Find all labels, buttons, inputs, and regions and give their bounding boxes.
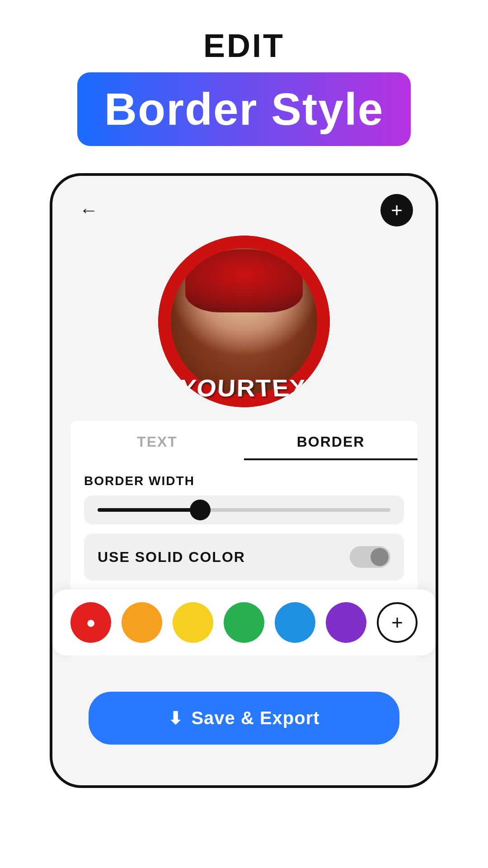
profile-circle: #YOURTEXT xyxy=(158,236,330,407)
save-export-button[interactable]: ⬇ Save & Export xyxy=(89,692,399,745)
tab-border[interactable]: BORDER xyxy=(244,421,418,460)
slider-track[interactable] xyxy=(98,508,390,512)
use-solid-color-label: USE SOLID COLOR xyxy=(98,549,245,566)
phone-mockup: ← + #YOURTEXT TEXT BORDER BORDER WIDTH xyxy=(50,173,438,788)
toggle-knob xyxy=(371,548,389,566)
color-swatch-yellow[interactable] xyxy=(173,602,213,643)
slider-thumb[interactable] xyxy=(190,500,211,520)
add-button[interactable]: + xyxy=(380,194,413,226)
color-swatch-red[interactable] xyxy=(70,602,111,643)
save-export-icon: ⬇ xyxy=(168,708,183,728)
circle-text-overlay: #YOURTEXT xyxy=(161,375,328,402)
color-picker-strip: + xyxy=(52,590,436,656)
color-swatch-orange[interactable] xyxy=(122,602,162,643)
tab-text[interactable]: TEXT xyxy=(70,421,244,460)
color-add-button[interactable]: + xyxy=(377,602,418,643)
border-width-label: BORDER WIDTH xyxy=(84,474,404,488)
header-banner: Border Style xyxy=(77,72,411,146)
header-banner-text: Border Style xyxy=(104,84,384,134)
back-button[interactable]: ← xyxy=(75,197,102,224)
use-solid-color-row: USE SOLID COLOR xyxy=(84,533,404,580)
border-width-slider-container xyxy=(84,495,404,524)
header-edit-label: EDIT xyxy=(203,27,285,64)
tabs-row: TEXT BORDER xyxy=(70,421,418,460)
color-swatch-green[interactable] xyxy=(224,602,264,643)
solid-color-toggle[interactable] xyxy=(350,546,390,568)
color-swatch-purple[interactable] xyxy=(326,602,366,643)
color-swatch-blue[interactable] xyxy=(275,602,315,643)
save-export-label: Save & Export xyxy=(191,708,319,728)
slider-fill xyxy=(98,508,200,512)
